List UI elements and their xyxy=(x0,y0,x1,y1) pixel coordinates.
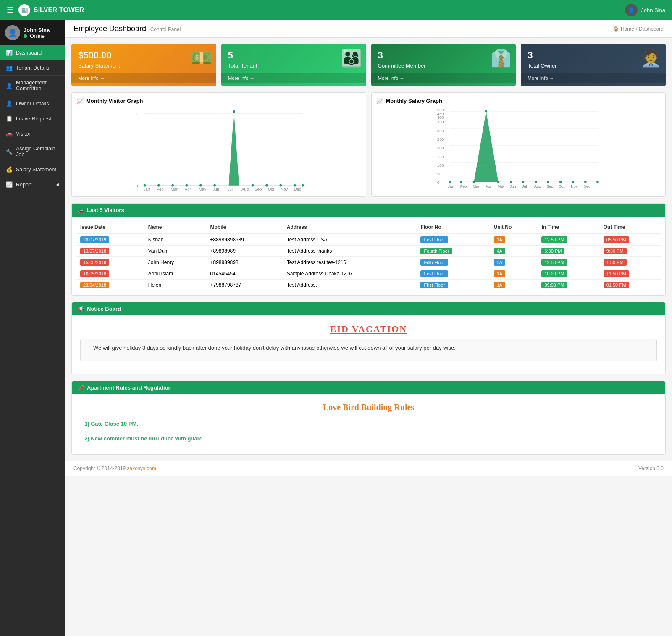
cell-date: 23/04/2018 xyxy=(76,280,144,291)
salary-chart-icon: 📈 xyxy=(377,98,383,104)
owner-label: Total Owner xyxy=(528,63,659,69)
rules-title-link[interactable]: Love Bird Building Rules xyxy=(323,403,414,412)
committee-more-info[interactable]: More Info → xyxy=(371,73,516,83)
col-floor: Floor No xyxy=(416,221,489,234)
owner-more-info[interactable]: More Info → xyxy=(521,73,666,83)
sidebar-item-owner[interactable]: 👤 Owner Details xyxy=(0,96,65,111)
stat-card-tenant: 5 Total Tenant 👨‍👩‍👦 More Info → xyxy=(221,44,366,86)
svg-text:Apr: Apr xyxy=(185,187,192,191)
cell-unit: 5A xyxy=(490,257,538,268)
visitor-chart-area: 1 0 Jan Feb Mar Apr May Jun xyxy=(77,107,361,191)
svg-text:Jul: Jul xyxy=(228,187,233,191)
svg-text:Jul: Jul xyxy=(522,184,527,188)
sidebar-item-visitor[interactable]: 🚗 Visitor xyxy=(0,126,65,141)
svg-text:Jan: Jan xyxy=(448,184,454,188)
sidebar-item-assign-complain[interactable]: 🔧 Assign Complain Job xyxy=(0,141,65,162)
svg-text:Mar: Mar xyxy=(472,184,479,188)
table-row: 15/05/2018 John Henry +898989898 Test Ad… xyxy=(76,257,661,268)
svg-text:450: 450 xyxy=(437,112,444,116)
cell-mobile: +89898989 xyxy=(206,246,283,257)
sidebar-label-report: Report xyxy=(16,182,32,188)
sidebar-item-salary[interactable]: 💰 Salary Statement xyxy=(0,162,65,177)
svg-text:250: 250 xyxy=(437,137,444,141)
sidebar-item-tenant[interactable]: 👥 Tenant Details xyxy=(0,60,65,76)
salary-chart-area: 0 50 100 150 200 250 300 350 400 450 500 xyxy=(377,107,661,191)
svg-point-60 xyxy=(472,181,475,183)
rules-section-header: 📌 Apartment Rules and Regulation xyxy=(72,381,665,394)
dashboard-icon: 📊 xyxy=(6,50,13,56)
col-unit: Unit No xyxy=(490,221,538,234)
svg-marker-4 xyxy=(145,112,303,186)
svg-text:0: 0 xyxy=(437,181,439,185)
sidebar-item-committee[interactable]: 👤 Management Committee xyxy=(0,76,65,96)
salary-label: Salary Statement xyxy=(78,63,210,69)
cell-address: Test Address thanks xyxy=(283,246,417,257)
rules-section-title: Apartment Rules and Regulation xyxy=(87,385,172,391)
cell-date: 10/05/2018 xyxy=(76,268,144,280)
visitors-table: Issue Date Name Mobile Address Floor No … xyxy=(76,221,661,291)
svg-text:Aug: Aug xyxy=(242,187,249,191)
svg-point-27 xyxy=(294,184,296,187)
visitor-chart-box: 📈 Monthly Visitor Graph 1 0 Jan xyxy=(71,92,366,197)
svg-point-23 xyxy=(233,110,235,113)
footer-company-link[interactable]: sakosys.com xyxy=(127,466,156,471)
cell-floor: First Floor xyxy=(416,234,489,246)
cell-floor: Fifth Floor xyxy=(416,257,489,268)
committee-icon: 👤 xyxy=(6,83,13,89)
svg-point-59 xyxy=(460,181,462,183)
breadcrumb-home[interactable]: Home xyxy=(621,26,634,32)
visitors-table-container: Issue Date Name Mobile Address Floor No … xyxy=(72,217,665,295)
committee-label: Committee Member xyxy=(378,63,509,69)
visitors-icon: 🚗 xyxy=(78,207,84,213)
col-address: Address xyxy=(283,221,417,234)
svg-text:Nov: Nov xyxy=(281,187,288,191)
svg-text:Feb: Feb xyxy=(157,187,163,191)
svg-point-26 xyxy=(280,184,282,187)
col-out-time: Out Time xyxy=(599,221,661,234)
svg-point-64 xyxy=(522,181,524,183)
svg-text:100: 100 xyxy=(437,163,444,168)
visitors-section: 🚗 Last 5 Visitors Issue Date Name Mobile… xyxy=(71,203,666,296)
cell-in-time: 6:30 PM xyxy=(537,246,599,257)
svg-text:500: 500 xyxy=(437,108,444,112)
svg-text:Sep: Sep xyxy=(546,184,553,188)
salary-value: $500.00 xyxy=(78,50,210,61)
stat-card-owner: 3 Total Owner 🧑‍💼 More Info → xyxy=(521,44,666,86)
tenant-more-info[interactable]: More Info → xyxy=(221,73,366,83)
cell-address: Test Address test tes-1216 xyxy=(283,257,417,268)
content-header: Employee Dashboard Control Panel 🏠 Home … xyxy=(65,20,672,38)
rule-item-1: 1) Gate Close 10 PM. xyxy=(72,416,665,431)
svg-text:Jun: Jun xyxy=(213,187,219,191)
stat-card-committee: 3 Committee Member 👔 More Info → xyxy=(371,44,516,86)
svg-point-70 xyxy=(596,181,598,183)
visitors-title: Last 5 Visitors xyxy=(87,207,124,213)
app-logo: 🏢 SILVER TOWER xyxy=(18,4,84,16)
sidebar-item-report[interactable]: 📈 Report ◀ xyxy=(0,177,65,192)
owner-icon: 👤 xyxy=(6,100,13,107)
page-footer: Copyright © 2014-2019 sakosys.com Versio… xyxy=(65,461,672,476)
sidebar-item-leave[interactable]: 📋 Leave Request xyxy=(0,111,65,126)
notice-content: EID VACATION We will give holiday 3 days… xyxy=(72,315,665,374)
cell-mobile: +88989898989 xyxy=(206,234,283,246)
col-name: Name xyxy=(144,221,206,234)
svg-text:Dec: Dec xyxy=(294,187,301,191)
cell-out-time: 1:50 PM xyxy=(599,257,661,268)
sidebar-status-text: Online xyxy=(30,33,45,39)
cell-in-time: 10:20 PM xyxy=(537,268,599,280)
svg-point-20 xyxy=(186,184,188,187)
svg-text:Jan: Jan xyxy=(144,187,150,191)
breadcrumb-separator: / xyxy=(636,26,637,32)
hamburger-button[interactable]: ☰ xyxy=(7,5,13,15)
footer-version: Version 3.0 xyxy=(638,466,664,471)
notice-title: EID VACATION xyxy=(72,315,665,339)
sidebar-item-dashboard[interactable]: 📊 Dashboard xyxy=(0,45,65,60)
salary-more-info[interactable]: More Info → xyxy=(71,73,216,83)
layout: 👤 John Sina Online 📊 Dashboard 👥 Tenant … xyxy=(0,20,672,636)
svg-point-18 xyxy=(158,184,160,187)
svg-text:50: 50 xyxy=(437,172,441,176)
sidebar-user-info: John Sina Online xyxy=(24,27,50,39)
visitor-chart-title: 📈 Monthly Visitor Graph xyxy=(77,98,361,104)
col-in-time: In Time xyxy=(537,221,599,234)
charts-row: 📈 Monthly Visitor Graph 1 0 Jan xyxy=(65,86,672,203)
sidebar-label-tenant: Tenant Details xyxy=(16,65,49,71)
